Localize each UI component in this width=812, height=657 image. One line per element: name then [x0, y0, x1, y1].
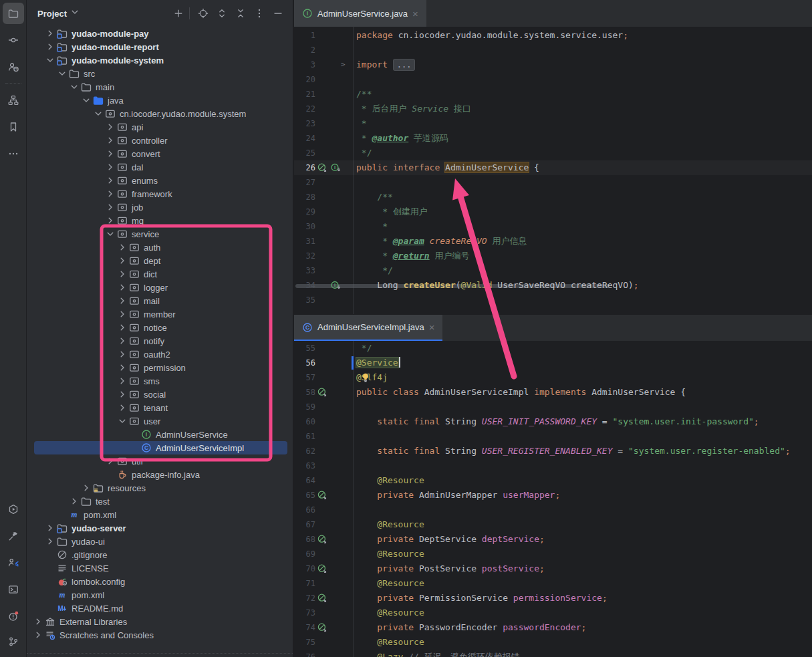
code-line-20[interactable]: 20 [294, 72, 812, 87]
tree-item-yudao-ui[interactable]: yudao-ui [27, 535, 293, 548]
chevron-right-icon[interactable] [104, 175, 116, 186]
code-line-67[interactable]: 67 @Resource [294, 517, 812, 532]
chevron-down-icon[interactable] [104, 229, 116, 239]
chevron-right-icon[interactable] [116, 362, 128, 373]
activity-version-control-button[interactable] [3, 631, 24, 652]
code-line-63[interactable]: 63 [294, 458, 812, 473]
tree-item-resources[interactable]: resources [27, 481, 293, 495]
chevron-down-icon[interactable] [80, 95, 92, 106]
code-line-72[interactable]: 72 private PermissionService permissionS… [294, 591, 812, 606]
code-line-55[interactable]: 55 */ [294, 341, 812, 356]
add-button[interactable] [170, 5, 186, 21]
chevron-right-icon[interactable] [116, 255, 128, 266]
hide-button[interactable] [270, 5, 286, 21]
code-line-23[interactable]: 23 * [294, 116, 812, 131]
chevron-right-icon[interactable] [80, 483, 92, 493]
code-line-68[interactable]: 68 private DeptService deptService; [294, 532, 812, 547]
code-line-28[interactable]: 28 /** [294, 190, 812, 205]
tree-item-enums[interactable]: enums [27, 174, 293, 187]
tree-item-dal[interactable]: dal [27, 160, 293, 174]
code-line-21[interactable]: 21/** [294, 87, 812, 102]
chevron-right-icon[interactable] [116, 376, 128, 386]
code-line-29[interactable]: 29 * 创建用户 [294, 205, 812, 219]
tree-item-test[interactable]: test [27, 495, 293, 508]
tree-item-permission[interactable]: permission [27, 361, 293, 374]
code-line-76[interactable]: 76 @Lazy // 延迟，避免循环依赖报错 [294, 650, 812, 657]
chevron-right-icon[interactable] [116, 269, 128, 279]
chevron-right-icon[interactable] [104, 122, 116, 132]
tab-adminuserserviceimpl[interactable]: C AdminUserServiceImpl.java × [294, 315, 442, 342]
tree-item-tenant[interactable]: tenant [27, 401, 293, 414]
code-line-26[interactable]: 26Ipublic interface AdminUserService { [294, 160, 812, 175]
activity-bookmarks-button[interactable] [3, 116, 24, 138]
code-line-57[interactable]: 57@Slf4j [294, 370, 812, 385]
activity-commit-button[interactable] [3, 29, 24, 51]
code-line-69[interactable]: 69 @Resource [294, 547, 812, 561]
chevron-down-icon[interactable] [116, 416, 128, 426]
chevron-right-icon[interactable] [116, 322, 128, 333]
tree-item-adminuserservice[interactable]: IAdminUserService [27, 428, 293, 441]
implementations-gutter-icon[interactable]: I [330, 162, 341, 173]
tree-item-yudao-module-pay[interactable]: yudao-module-pay [27, 27, 293, 40]
close-icon[interactable]: × [429, 322, 435, 332]
tree-item-yudao-module-report[interactable]: yudao-module-report [27, 40, 293, 53]
tree-item-license[interactable]: LICENSE [27, 561, 293, 575]
tree-item-cn-iocoder-yudao-module-system[interactable]: cn.iocoder.yudao.module.system [27, 107, 293, 120]
close-icon[interactable]: × [412, 9, 418, 19]
chevron-right-icon[interactable] [44, 41, 56, 52]
code-line-32[interactable]: 32 * @return 用户编号 [294, 249, 812, 263]
chevron-right-icon[interactable] [104, 135, 116, 146]
editor-top[interactable]: 1package cn.iocoder.yudao.module.system.… [294, 27, 812, 314]
tree-item-dict[interactable]: dict [27, 267, 293, 281]
tree-item-pom-xml[interactable]: mpom.xml [27, 508, 293, 521]
tree-item-util[interactable]: util [27, 454, 293, 468]
tree-item-framework[interactable]: framework [27, 187, 293, 201]
code-line-3[interactable]: 3>import ... [294, 57, 812, 72]
code-line-61[interactable]: 61 [294, 429, 812, 444]
chevron-right-icon[interactable] [116, 389, 128, 400]
activity-build-button[interactable] [3, 525, 24, 547]
tree-item-adminuserserviceimpl[interactable]: CAdminUserServiceImpl [27, 441, 293, 454]
activity-terminal-button[interactable] [3, 579, 24, 600]
spring-bean-gutter-icon[interactable] [317, 162, 327, 173]
chevron-down-icon[interactable] [68, 82, 80, 92]
code-line-24[interactable]: 24 * @author 芋道源码 [294, 131, 812, 146]
code-line-58[interactable]: 58public class AdminUserServiceImpl impl… [294, 385, 812, 400]
chevron-right-icon[interactable] [116, 336, 128, 346]
code-line-60[interactable]: 60 static final String USER_INIT_PASSWOR… [294, 414, 812, 429]
fold-chevron-icon[interactable]: > [341, 57, 346, 72]
code-line-1[interactable]: 1package cn.iocoder.yudao.module.system.… [294, 28, 812, 43]
chevron-right-icon[interactable] [44, 28, 56, 39]
code-line-35[interactable]: 35 [294, 293, 812, 307]
chevron-right-icon[interactable] [32, 630, 44, 640]
spring-bean-gutter-icon[interactable] [317, 387, 327, 398]
code-line-30[interactable]: 30 * [294, 219, 812, 234]
chevron-right-icon[interactable] [116, 242, 128, 253]
chevron-right-icon[interactable] [32, 616, 44, 627]
tree-item-java[interactable]: java [27, 94, 293, 107]
code-line-71[interactable]: 71 @Resource [294, 576, 812, 591]
activity-project-folder-button[interactable] [3, 3, 24, 24]
code-line-64[interactable]: 64 @Resource [294, 473, 812, 488]
code-line-65[interactable]: 65 private AdminUserMapper userMapper; [294, 488, 812, 503]
activity-services-button[interactable] [3, 499, 24, 520]
code-line-73[interactable]: 73 @Resource [294, 606, 812, 620]
tree-item-notice[interactable]: notice [27, 321, 293, 334]
tree-item-package-info-java[interactable]: package-info.java [27, 468, 293, 481]
chevron-right-icon[interactable] [116, 402, 128, 413]
tree-item-user[interactable]: user [27, 414, 293, 428]
chevron-right-icon[interactable] [44, 536, 56, 547]
chevron-right-icon[interactable] [44, 523, 56, 533]
tree-item-mail[interactable]: mail [27, 294, 293, 307]
activity-profiler-button[interactable] [3, 552, 24, 573]
code-line-31[interactable]: 31 * @param createReqVO 用户信息 [294, 234, 812, 249]
tree-item-controller[interactable]: controller [27, 134, 293, 147]
code-line-33[interactable]: 33 */ [294, 263, 812, 278]
tree-item-pom-xml[interactable]: mpom.xml [27, 588, 293, 602]
tree-item-member[interactable]: member [27, 307, 293, 321]
chevron-down-icon[interactable] [56, 68, 68, 79]
code-line-66[interactable]: 66 [294, 503, 812, 517]
activity-more-button[interactable] [3, 143, 24, 164]
tree-item-lombok-config[interactable]: lombok.config [27, 575, 293, 588]
implementations-gutter-icon[interactable]: I [330, 280, 341, 291]
